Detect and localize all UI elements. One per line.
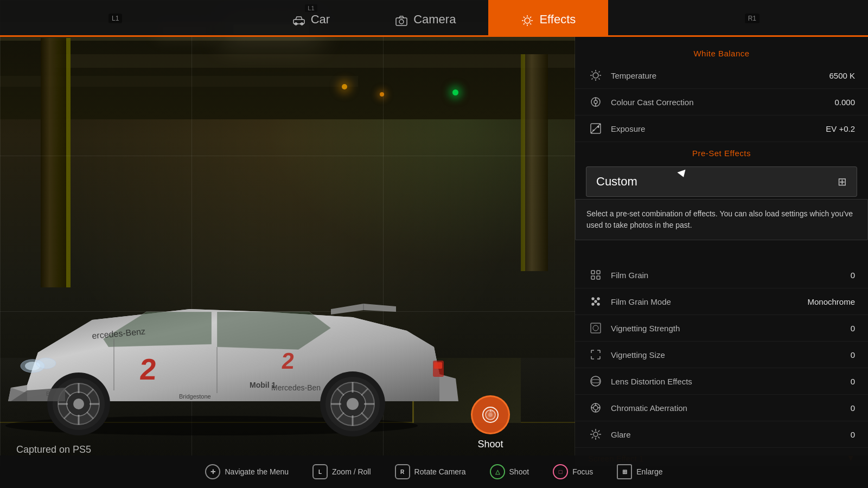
- glare-row[interactable]: Glare 0: [575, 421, 868, 448]
- chromatic-aberration-row[interactable]: Chromatic Aberration 0: [575, 395, 868, 421]
- svg-point-81: [597, 303, 599, 305]
- vignetting-strength-row[interactable]: Vignetting Strength 0: [575, 315, 868, 342]
- lens-distortion-value: 0: [851, 377, 855, 386]
- control-enlarge[interactable]: ⊞ Enlarge: [605, 464, 674, 479]
- film-grain-row[interactable]: Film Grain 0: [575, 262, 868, 288]
- top-navigation: L1 L1 Car Camera: [0, 0, 868, 37]
- svg-point-83: [592, 303, 594, 305]
- tab-effects[interactable]: Effects: [488, 0, 608, 37]
- r-button-icon: R: [395, 464, 410, 479]
- vignette-size-icon: [588, 347, 603, 362]
- svg-line-62: [592, 72, 593, 73]
- svg-point-89: [593, 406, 598, 410]
- film-grain-mode-icon: [588, 294, 603, 309]
- svg-point-45: [347, 398, 359, 410]
- svg-point-56: [488, 413, 493, 417]
- temperature-icon: [588, 68, 603, 83]
- svg-line-102: [598, 431, 600, 432]
- right-panel: White Balance Temperature 6500 K: [575, 0, 868, 466]
- shoot-circle-button[interactable]: [471, 395, 510, 434]
- navigate-label: Navigate the Menu: [225, 467, 289, 476]
- camera-icon: [395, 14, 408, 27]
- colour-cast-row[interactable]: Colour Cast Correction 0.000: [575, 89, 868, 115]
- svg-point-80: [595, 300, 597, 303]
- svg-point-57: [593, 73, 598, 78]
- film-grain-value: 0: [851, 271, 855, 280]
- preset-effects-header: Pre-Set Effects: [575, 142, 868, 162]
- effects-tab-label: Effects: [539, 12, 576, 27]
- svg-rect-85: [591, 323, 601, 333]
- vignetting-size-label: Vignetting Size: [611, 350, 851, 359]
- square-button-icon: □: [553, 464, 568, 479]
- svg-line-99: [592, 431, 593, 432]
- l1-button[interactable]: L1: [108, 14, 122, 23]
- chromatic-aberration-label: Chromatic Aberration: [611, 403, 851, 413]
- svg-point-86: [593, 325, 598, 331]
- vignetting-strength-label: Vignetting Strength: [611, 324, 851, 333]
- preset-current-value: Custom: [596, 175, 637, 189]
- vignetting-size-value: 0: [851, 350, 855, 359]
- exposure-icon: [588, 121, 603, 136]
- vignetting-size-row[interactable]: Vignetting Size 0: [575, 342, 868, 368]
- svg-line-64: [592, 79, 593, 80]
- r1-button[interactable]: R1: [745, 14, 760, 23]
- svg-rect-3: [396, 18, 407, 25]
- svg-line-101: [592, 437, 593, 439]
- svg-line-63: [599, 79, 600, 80]
- svg-line-13: [530, 17, 531, 18]
- preset-tooltip: Select a pre-set combination of effects.…: [575, 199, 868, 240]
- colour-cast-value: 0.000: [834, 98, 855, 107]
- bottom-control-bar: ✛ Navigate the Menu L Zoom / Roll R Rota…: [0, 455, 868, 488]
- svg-text:Mobil 1: Mobil 1: [250, 381, 276, 389]
- temperature-value: 6500 K: [829, 71, 855, 80]
- control-navigate: ✛ Navigate the Menu: [193, 464, 301, 479]
- svg-point-82: [597, 298, 599, 300]
- vignette-strength-icon: [588, 320, 603, 336]
- preset-dropdown[interactable]: Custom ⊞: [586, 166, 857, 197]
- exposure-row[interactable]: Exposure EV +0.2: [575, 115, 868, 142]
- accent-line: [0, 35, 868, 37]
- film-grain-mode-value: Monochrome: [807, 297, 855, 306]
- film-grain-label: Film Grain: [611, 271, 851, 280]
- svg-text:2: 2: [138, 352, 158, 386]
- svg-text:2: 2: [280, 348, 295, 374]
- lens-distortion-icon: [588, 374, 603, 389]
- lens-distortion-row[interactable]: Lens Distortion Effects 0: [575, 368, 868, 395]
- svg-rect-78: [597, 276, 600, 279]
- exposure-value: EV +0.2: [826, 124, 855, 133]
- control-shoot[interactable]: △ Shoot: [478, 464, 541, 479]
- main-viewport: 2 2 ercedes-Benz Mercedes-Ben AMG Bridge…: [0, 0, 575, 466]
- nav-tabs: L1 Car Camera: [260, 0, 609, 37]
- svg-line-65: [599, 72, 600, 73]
- shoot-label: Shoot: [477, 439, 503, 450]
- control-focus[interactable]: □ Focus: [541, 464, 605, 479]
- exposure-label: Exposure: [611, 124, 826, 133]
- colour-cast-label: Colour Cast Correction: [611, 98, 834, 107]
- car-rendering: 2 2 ercedes-Benz Mercedes-Ben AMG Bridge…: [0, 233, 505, 439]
- vignetting-strength-value: 0: [851, 324, 855, 333]
- tab-camera[interactable]: Camera: [362, 0, 488, 37]
- svg-point-25: [36, 358, 56, 369]
- car-tab-btn: L1: [305, 4, 317, 12]
- control-zoom: L Zoom / Roll: [301, 464, 383, 479]
- glare-label: Glare: [611, 430, 851, 439]
- control-rotate: R Rotate Camera: [383, 464, 478, 479]
- svg-line-100: [598, 437, 600, 439]
- shoot-button-area[interactable]: Shoot: [471, 395, 510, 450]
- temperature-row[interactable]: Temperature 6500 K: [575, 62, 868, 89]
- svg-line-10: [524, 17, 525, 18]
- film-grain-mode-row[interactable]: Film Grain Mode Monochrome: [575, 288, 868, 315]
- glare-icon: [588, 427, 603, 442]
- grid-button-icon: ⊞: [617, 464, 632, 479]
- svg-line-71: [591, 124, 601, 133]
- tab-car[interactable]: L1 Car: [260, 0, 362, 37]
- preset-dropdown-container: Custom ⊞ Select a pre-set combination of…: [575, 166, 868, 197]
- zoom-label: Zoom / Roll: [332, 467, 371, 476]
- svg-point-4: [399, 20, 404, 24]
- car-tab-label: Car: [311, 12, 330, 27]
- svg-point-67: [594, 100, 597, 104]
- preset-grid-icon: ⊞: [838, 175, 847, 188]
- rotate-label: Rotate Camera: [414, 467, 466, 476]
- captured-label: Captured on PS5: [16, 444, 91, 455]
- shoot-bottom-label: Shoot: [509, 467, 529, 476]
